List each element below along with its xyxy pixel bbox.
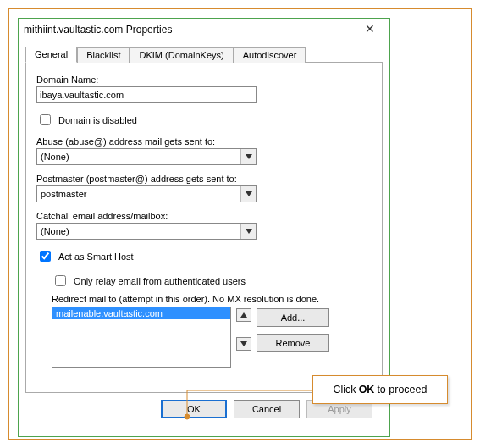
redirect-listbox[interactable]: mailenable.vaultastic.com	[52, 307, 231, 368]
move-down-button[interactable]	[236, 337, 251, 351]
properties-dialog: mithiint.vaultastic.com Properties ✕ Gen…	[18, 18, 390, 437]
domain-disabled-checkbox[interactable]	[40, 114, 51, 125]
smart-host-checkbox[interactable]	[40, 251, 51, 262]
move-up-button[interactable]	[236, 308, 251, 322]
postmaster-select[interactable]: postmaster	[36, 185, 257, 202]
tab-autodiscover[interactable]: Autodiscover	[234, 47, 306, 63]
tab-panel-general: Domain Name: Domain is disabled Abuse (a…	[25, 63, 383, 393]
svg-marker-4	[240, 341, 247, 346]
postmaster-value: postmaster	[37, 189, 240, 199]
abuse-value: (None)	[37, 152, 240, 162]
only-relay-label: Only relay email from authenticated user…	[74, 276, 246, 286]
catchall-value: (None)	[37, 226, 240, 236]
abuse-select[interactable]: (None)	[36, 148, 257, 165]
tab-general[interactable]: General	[25, 47, 77, 63]
chevron-down-icon	[240, 224, 256, 239]
domain-name-input[interactable]	[36, 86, 257, 103]
svg-marker-2	[246, 229, 252, 234]
chevron-down-icon	[240, 149, 256, 164]
tab-dkim[interactable]: DKIM (DomainKeys)	[130, 47, 233, 63]
callout-prefix: Click	[334, 384, 356, 395]
window-title: mithiint.vaultastic.com Properties	[24, 24, 356, 36]
abuse-label: Abuse (abuse@) address mail gets sent to…	[36, 136, 372, 147]
remove-button[interactable]: Remove	[257, 334, 329, 352]
catchall-label: Catchall email address/mailbox:	[36, 211, 372, 221]
titlebar: mithiint.vaultastic.com Properties ✕	[19, 19, 389, 41]
domain-name-label: Domain Name:	[36, 75, 372, 85]
svg-marker-0	[246, 154, 252, 159]
close-icon[interactable]: ✕	[356, 21, 384, 38]
redirect-label: Redirect mail to (attempt in this order)…	[52, 294, 372, 304]
instruction-callout: Click OK to proceed	[312, 375, 448, 404]
postmaster-label: Postmaster (postmaster@) address gets se…	[36, 174, 372, 184]
svg-marker-3	[240, 312, 247, 318]
only-relay-checkbox[interactable]	[55, 275, 66, 286]
callout-suffix: to proceed	[377, 384, 427, 395]
add-button[interactable]: Add...	[257, 308, 329, 327]
ok-button[interactable]: OK	[161, 400, 227, 418]
chevron-down-icon	[240, 186, 256, 202]
smart-host-label: Act as Smart Host	[58, 252, 134, 262]
domain-disabled-label: Domain is disabled	[58, 115, 137, 125]
catchall-select[interactable]: (None)	[36, 223, 257, 240]
list-item[interactable]: mailenable.vaultastic.com	[52, 307, 230, 319]
tab-blacklist[interactable]: Blacklist	[77, 47, 130, 63]
cancel-button[interactable]: Cancel	[234, 400, 300, 418]
tab-strip: General Blacklist DKIM (DomainKeys) Auto…	[25, 44, 383, 63]
callout-bold: OK	[359, 384, 375, 395]
svg-marker-1	[246, 191, 252, 196]
